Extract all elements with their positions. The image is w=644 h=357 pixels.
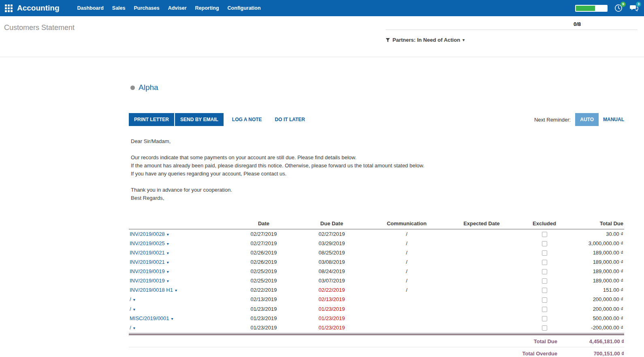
statement-table: Date Due Date Communication Expected Dat… [129, 218, 624, 332]
usage-progress-widget[interactable] [575, 5, 608, 12]
column-header-due-date: Due Date [297, 218, 366, 229]
entry-total-due: 189,000.00 ₫ [573, 267, 624, 276]
entry-link[interactable]: INV/2019/0019 [130, 278, 165, 284]
chevron-down-icon[interactable]: ▾ [167, 269, 169, 274]
excluded-checkbox[interactable] [542, 297, 547, 303]
table-row: INV/2019/0018 H1▾02/22/201902/22/2019/15… [129, 285, 624, 295]
menu-adviser[interactable]: Adviser [168, 5, 187, 11]
messages-button[interactable]: 3 [629, 4, 638, 13]
next-reminder-group: Next Reminder: AUTO MANUAL [534, 113, 624, 126]
entry-expected-date [447, 239, 516, 248]
excluded-checkbox[interactable] [542, 269, 547, 274]
top-navbar: Accounting Dashboard Sales Purchases Adv… [0, 0, 644, 16]
do-it-later-button[interactable]: DO IT LATER [270, 113, 310, 126]
menu-dashboard[interactable]: Dashboard [77, 5, 104, 11]
entry-name-cell: INV/2019/0021▾ [129, 257, 230, 267]
column-header-date: Date [230, 218, 297, 229]
entry-link[interactable]: INV/2019/0021 [130, 250, 165, 256]
entry-communication [366, 304, 447, 314]
letter-line: If the amount has already been paid, ple… [131, 162, 624, 170]
print-letter-button[interactable]: PRINT LETTER [129, 113, 174, 126]
menu-sales[interactable]: Sales [112, 5, 126, 11]
entry-total-due: 189,000.00 ₫ [573, 276, 624, 285]
chevron-down-icon[interactable]: ▾ [167, 232, 169, 237]
entry-link[interactable]: / [130, 306, 131, 312]
entry-link[interactable]: INV/2019/0021 [130, 259, 165, 265]
entry-expected-date [447, 229, 516, 239]
filter-facet[interactable]: Partners: In Need of Action ▾ [386, 37, 465, 43]
total-overdue-row: Total Overdue 700,151.00 ₫ [129, 347, 624, 357]
entry-link[interactable]: INV/2019/0018 H1 [130, 287, 173, 293]
entry-link[interactable]: / [130, 296, 131, 302]
entry-total-due: 189,000.00 ₫ [573, 248, 624, 257]
entry-link[interactable]: INV/2019/0028 [130, 231, 165, 237]
chevron-down-icon[interactable]: ▾ [463, 38, 465, 42]
entry-date: 01/23/2019 [230, 304, 297, 314]
log-a-note-button[interactable]: LOG A NOTE [227, 113, 267, 126]
entry-name-cell: /▾ [129, 295, 230, 304]
entry-total-due: -200,000.00 ₫ [573, 323, 624, 332]
column-header-name [129, 218, 230, 229]
menu-configuration[interactable]: Configuration [228, 5, 261, 11]
send-by-email-button[interactable]: SEND BY EMAIL [175, 113, 224, 126]
entry-date: 02/27/2019 [230, 229, 297, 239]
entry-expected-date [447, 248, 516, 257]
record-pager[interactable]: 0/8 [574, 21, 581, 27]
filter-funnel-icon [386, 38, 390, 43]
action-toolbar: PRINT LETTER SEND BY EMAIL LOG A NOTE DO… [129, 113, 624, 126]
excluded-checkbox[interactable] [542, 325, 547, 331]
table-row: /▾01/23/201901/23/2019200,000.00 ₫ [129, 304, 624, 314]
entry-link[interactable]: INV/2019/0019 [130, 268, 165, 274]
entry-due-date: 01/23/2019 [297, 314, 366, 323]
reminder-auto-button[interactable]: AUTO [575, 113, 599, 126]
activities-button[interactable]: 9 [614, 4, 623, 13]
entry-total-due: 151.00 ₫ [573, 285, 624, 295]
excluded-checkbox[interactable] [542, 316, 547, 321]
excluded-checkbox[interactable] [542, 232, 547, 237]
search-input[interactable]: 0/8 [386, 19, 638, 30]
entry-communication: / [366, 229, 447, 239]
chevron-down-icon[interactable]: ▾ [133, 307, 135, 312]
chevron-down-icon[interactable]: ▾ [167, 279, 169, 283]
entry-link[interactable]: MISC/2019/0001 [130, 315, 169, 321]
apps-grid-icon[interactable] [5, 4, 13, 12]
entry-link[interactable]: / [130, 325, 131, 331]
excluded-checkbox[interactable] [542, 307, 547, 312]
entry-name-cell: INV/2019/0028▾ [129, 229, 230, 239]
table-row: INV/2019/0019▾02/25/201908/24/2019/189,0… [129, 267, 624, 276]
chevron-down-icon[interactable]: ▾ [133, 326, 135, 330]
total-due-value: 4,456,181.00 ₫ [557, 338, 624, 344]
entry-due-date: 03/07/2019 [297, 276, 366, 285]
total-due-row: Total Due 4,456,181.00 ₫ [129, 335, 624, 347]
entry-excluded-cell [516, 248, 573, 257]
chevron-down-icon[interactable]: ▾ [167, 242, 169, 246]
excluded-checkbox[interactable] [542, 260, 547, 265]
chevron-down-icon[interactable]: ▾ [167, 251, 169, 255]
chevron-down-icon[interactable]: ▾ [175, 288, 177, 293]
entry-date: 02/22/2019 [230, 285, 297, 295]
chevron-down-icon[interactable]: ▾ [171, 316, 173, 321]
app-name[interactable]: Accounting [17, 4, 60, 13]
reminder-manual-button[interactable]: MANUAL [603, 117, 624, 122]
entry-link[interactable]: INV/2019/0025 [130, 240, 165, 246]
chevron-down-icon[interactable]: ▾ [133, 297, 135, 302]
entry-communication: / [366, 267, 447, 276]
chevron-down-icon[interactable]: ▾ [167, 260, 169, 265]
partner-name-link[interactable]: Alpha [139, 83, 158, 92]
menu-purchases[interactable]: Purchases [134, 5, 159, 11]
entry-excluded-cell [516, 257, 573, 267]
entry-communication [366, 314, 447, 323]
excluded-checkbox[interactable] [542, 250, 547, 256]
total-overdue-label: Total Overdue [522, 351, 557, 357]
excluded-checkbox[interactable] [542, 288, 547, 293]
menu-reporting[interactable]: Reporting [195, 5, 219, 11]
entry-due-date: 02/22/2019 [297, 285, 366, 295]
letter-body: Dear Sir/Madam, Our records indicate tha… [131, 137, 624, 202]
entry-total-due: 200,000.00 ₫ [573, 304, 624, 314]
letter-line: If you have any queries regarding your a… [131, 170, 624, 178]
total-due-label: Total Due [534, 338, 557, 344]
entry-excluded-cell [516, 295, 573, 304]
excluded-checkbox[interactable] [542, 241, 547, 246]
excluded-checkbox[interactable] [542, 278, 547, 284]
table-row: INV/2019/0025▾02/27/201903/29/2019/3,000… [129, 239, 624, 248]
